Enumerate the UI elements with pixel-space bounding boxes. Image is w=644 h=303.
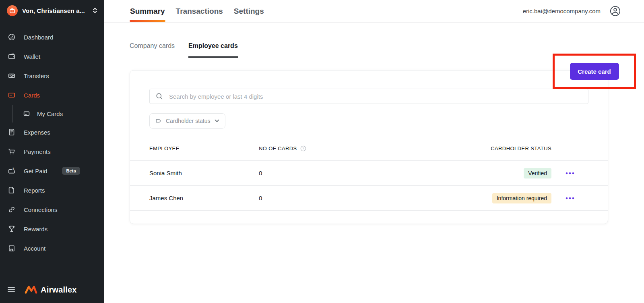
sidebar-item-dashboard[interactable]: Dashboard bbox=[0, 27, 104, 47]
get-paid-icon: $ bbox=[8, 167, 15, 174]
logo-text: Airwallex bbox=[41, 285, 77, 295]
briefcase-icon bbox=[9, 8, 15, 14]
sidebar-item-transfers[interactable]: Transfers bbox=[0, 66, 104, 85]
help-icon[interactable]: ? bbox=[300, 145, 306, 152]
sidebar-item-label: Connections bbox=[24, 206, 57, 213]
page-content: Company cards Employee cards Create card bbox=[104, 23, 644, 303]
filter-label: Cardholder status bbox=[166, 118, 211, 124]
sidebar-item-label: Expenses bbox=[24, 129, 50, 136]
sidebar-item-expenses[interactable]: Expenses bbox=[0, 122, 104, 142]
tab-summary[interactable]: Summary bbox=[130, 0, 165, 22]
sidebar-item-label: Dashboard bbox=[24, 34, 53, 41]
column-header-label: NO OF CARDS bbox=[259, 145, 297, 152]
sidebar-nav: Dashboard Wallet bbox=[0, 21, 104, 276]
no-of-cards-value: 0 bbox=[259, 170, 524, 176]
column-header-no-of-cards: NO OF CARDS ? bbox=[259, 145, 491, 152]
sidebar-item-reports[interactable]: Reports bbox=[0, 181, 104, 200]
sidebar-item-label: Account bbox=[24, 245, 45, 252]
sidebar-item-wallet[interactable]: Wallet bbox=[0, 47, 104, 66]
row-actions-button[interactable] bbox=[563, 170, 577, 177]
expenses-icon bbox=[8, 129, 15, 136]
employee-cards-panel: Cardholder status EMPLOYEE NO OF CARDS bbox=[130, 70, 608, 224]
sidebar-footer: Airwallex bbox=[0, 276, 104, 303]
sidebar-item-label: My Cards bbox=[37, 110, 63, 117]
top-tabs: Summary Transactions Settings bbox=[130, 0, 264, 22]
column-header-cardholder-status: CARDHOLDER STATUS bbox=[491, 145, 551, 152]
tab-label: Transactions bbox=[176, 7, 223, 16]
search-icon bbox=[156, 93, 163, 100]
svg-text:?: ? bbox=[302, 147, 304, 150]
collapse-menu-button[interactable] bbox=[7, 286, 15, 293]
selector-updown-icon bbox=[93, 7, 97, 14]
panel-footer bbox=[130, 210, 608, 224]
company-name: Von, Christiansen a... bbox=[22, 7, 88, 14]
annotation-highlight-rectangle: Create card bbox=[553, 54, 636, 89]
employee-name: James Chen bbox=[149, 195, 259, 201]
tab-settings[interactable]: Settings bbox=[233, 0, 264, 22]
sidebar-item-my-cards[interactable]: My Cards bbox=[13, 105, 71, 122]
tab-transactions[interactable]: Transactions bbox=[175, 0, 223, 22]
sidebar-item-account[interactable]: Account bbox=[0, 239, 104, 258]
my-cards-icon bbox=[23, 110, 30, 117]
status-badge: Verified bbox=[524, 168, 551, 178]
app-window: Von, Christiansen a... Dashboard bbox=[0, 0, 644, 303]
sidebar-item-label: Transfers bbox=[24, 73, 49, 79]
sidebar-item-label: Rewards bbox=[24, 226, 47, 232]
tab-label: Settings bbox=[234, 7, 264, 16]
sidebar-item-cards[interactable]: Cards bbox=[0, 85, 104, 105]
sidebar-item-connections[interactable]: Connections bbox=[0, 200, 104, 219]
beta-badge: Beta bbox=[62, 167, 80, 175]
sidebar: Von, Christiansen a... Dashboard bbox=[0, 0, 104, 303]
sidebar-item-rewards[interactable]: Rewards bbox=[0, 219, 104, 239]
column-header-employee: EMPLOYEE bbox=[149, 145, 259, 152]
employee-name: Sonia Smith bbox=[149, 170, 259, 176]
user-email: eric.bai@democompany.com bbox=[523, 8, 601, 15]
tab-label: Summary bbox=[130, 7, 165, 16]
company-switcher[interactable]: Von, Christiansen a... bbox=[0, 0, 104, 21]
chevron-down-icon bbox=[215, 119, 219, 122]
sidebar-item-label: Get Paid bbox=[24, 168, 47, 174]
tab-company-cards[interactable]: Company cards bbox=[130, 42, 175, 58]
payments-icon bbox=[8, 148, 15, 155]
table-row[interactable]: James Chen 0 Information required bbox=[130, 185, 608, 210]
cards-icon bbox=[8, 91, 15, 99]
rewards-icon bbox=[8, 225, 15, 232]
tab-label: Employee cards bbox=[188, 42, 238, 49]
create-card-button[interactable]: Create card bbox=[570, 63, 619, 80]
dashboard-icon bbox=[8, 33, 15, 41]
sidebar-item-label: Reports bbox=[24, 187, 45, 194]
sidebar-item-label: Wallet bbox=[24, 53, 40, 60]
search-input[interactable] bbox=[169, 93, 582, 100]
tag-icon bbox=[155, 118, 162, 124]
reports-icon bbox=[8, 187, 15, 194]
wallet-icon bbox=[8, 53, 15, 60]
sidebar-item-get-paid[interactable]: $ Get Paid Beta bbox=[0, 161, 104, 181]
company-avatar bbox=[7, 5, 18, 16]
row-actions-button[interactable] bbox=[563, 195, 577, 202]
status-badge: Information required bbox=[492, 193, 551, 203]
airwallex-logo: Airwallex bbox=[25, 285, 77, 295]
sidebar-item-payments[interactable]: Payments bbox=[0, 142, 104, 161]
table-header-row: EMPLOYEE NO OF CARDS ? CARDHOLDER STATUS bbox=[130, 129, 608, 160]
topbar-right: eric.bai@democompany.com bbox=[523, 0, 621, 22]
connections-icon bbox=[8, 206, 15, 213]
tab-label: Company cards bbox=[130, 42, 175, 49]
table-row[interactable]: Sonia Smith 0 Verified bbox=[130, 160, 608, 185]
main-area: Summary Transactions Settings eric.bai@d… bbox=[104, 0, 644, 303]
sidebar-subnav-cards: My Cards bbox=[0, 105, 104, 122]
search-bar bbox=[149, 89, 588, 104]
account-icon bbox=[8, 245, 15, 252]
cardholder-status-filter[interactable]: Cardholder status bbox=[149, 113, 225, 129]
top-navigation-bar: Summary Transactions Settings eric.bai@d… bbox=[104, 0, 644, 23]
transfers-icon bbox=[8, 72, 15, 79]
no-of-cards-value: 0 bbox=[259, 195, 492, 201]
svg-text:$: $ bbox=[12, 167, 14, 170]
tab-employee-cards[interactable]: Employee cards bbox=[188, 42, 238, 58]
sidebar-item-label: Cards bbox=[24, 92, 40, 99]
user-avatar-icon[interactable] bbox=[610, 6, 621, 17]
sidebar-item-label: Payments bbox=[24, 148, 51, 155]
